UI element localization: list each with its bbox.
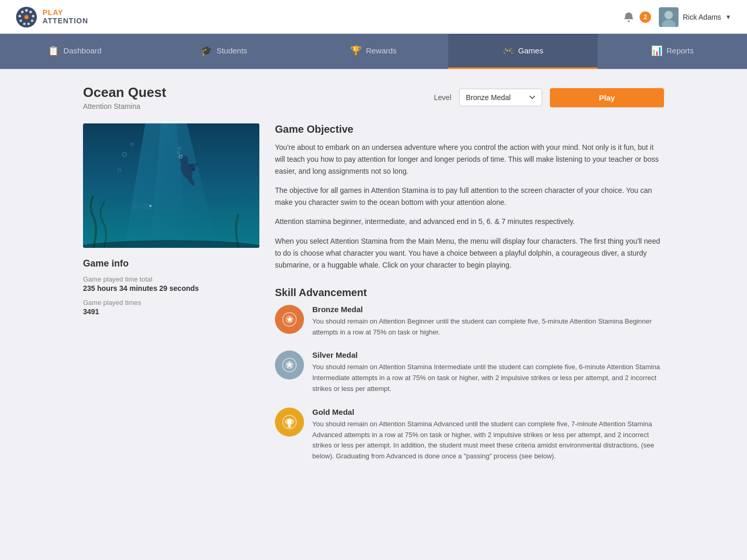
svg-point-9 <box>21 10 24 13</box>
silver-medal-title: Silver Medal <box>312 351 664 359</box>
main-content: Ocean Quest Attention Stamina Level Bron… <box>62 69 685 491</box>
level-select[interactable]: Bronze Medal Silver Medal Gold Medal <box>459 89 542 106</box>
svg-point-31 <box>149 205 151 207</box>
dashboard-icon: 📋 <box>48 45 59 57</box>
nav-label-rewards: Rewards <box>366 46 396 55</box>
objective-p2: The objective for all games in Attention… <box>275 185 664 208</box>
gold-medal-icon <box>275 408 304 437</box>
svg-point-10 <box>24 15 29 19</box>
svg-rect-40 <box>288 425 290 427</box>
nav-label-reports: Reports <box>667 46 694 55</box>
logo-attention: ATTENTION <box>43 17 88 25</box>
nav-label-dashboard: Dashboard <box>63 46 101 55</box>
students-icon: 🎓 <box>201 45 212 57</box>
played-time-item: Game played time total 235 hours 34 minu… <box>83 275 259 292</box>
nav-item-games[interactable]: 🎮 Games <box>448 34 598 69</box>
app-header: PLAY ATTENTION 2 Rick Adams ▼ <box>0 0 747 34</box>
page-actions: Level Bronze Medal Silver Medal Gold Med… <box>434 88 664 107</box>
silver-medal-icon <box>275 351 304 380</box>
level-label: Level <box>434 93 451 102</box>
notification-area[interactable]: 2 <box>623 11 651 23</box>
played-times-label: Game played times <box>83 299 259 306</box>
page-header: Ocean Quest Attention Stamina Level Bron… <box>83 85 664 110</box>
bronze-medal-title: Bronze Medal <box>312 305 664 314</box>
nav-bar: 📋 Dashboard 🎓 Students 🏆 Rewards 🎮 Games… <box>0 34 747 69</box>
objective-p1: You're about to embark on an undersea ad… <box>275 142 664 177</box>
right-column: Game Objective You're about to embark on… <box>275 123 664 475</box>
nav-item-dashboard[interactable]: 📋 Dashboard <box>0 34 149 69</box>
nav-item-reports[interactable]: 📊 Reports <box>598 34 747 69</box>
page-title: Ocean Quest <box>83 85 166 101</box>
game-info-title: Game info <box>83 258 259 269</box>
logo-icon <box>16 6 37 28</box>
user-name: Rick Adams <box>683 13 721 21</box>
svg-point-4 <box>31 19 34 22</box>
medal-item-gold: Gold Medal You should remain on Attentio… <box>275 408 664 462</box>
nav-label-students: Students <box>216 46 247 55</box>
bronze-medal-icon: ★ <box>275 305 304 334</box>
games-icon: 🎮 <box>503 45 514 57</box>
nav-item-rewards[interactable]: 🏆 Rewards <box>299 34 448 69</box>
svg-point-5 <box>27 22 30 25</box>
played-time-value: 235 hours 34 minutes 29 seconds <box>83 284 259 292</box>
game-info-box: Game info Game played time total 235 hou… <box>83 258 259 316</box>
silver-medal-content: Silver Medal You should remain on Attent… <box>312 351 664 394</box>
medal-item-silver: Silver Medal You should remain on Attent… <box>275 351 664 394</box>
played-times-value: 3491 <box>83 307 259 316</box>
svg-point-1 <box>25 9 28 11</box>
bell-icon <box>623 11 634 23</box>
gold-medal-title: Gold Medal <box>312 408 664 416</box>
bronze-medal-desc: You should remain on Attention Beginner … <box>312 316 664 338</box>
play-button[interactable]: Play <box>550 88 664 107</box>
svg-point-22 <box>180 156 188 164</box>
logo-area: PLAY ATTENTION <box>16 6 88 28</box>
svg-point-11 <box>628 20 630 22</box>
header-right: 2 Rick Adams ▼ <box>623 7 731 27</box>
nav-item-students[interactable]: 🎓 Students <box>149 34 299 69</box>
played-times-item: Game played times 3491 <box>83 299 259 316</box>
objective-p3: Attention stamina beginner, intermediate… <box>275 216 664 228</box>
page-title-area: Ocean Quest Attention Stamina <box>83 85 166 110</box>
avatar <box>659 7 679 27</box>
reports-icon: 📊 <box>651 45 662 57</box>
svg-point-2 <box>30 10 32 13</box>
nav-label-games: Games <box>518 46 543 55</box>
chevron-down-icon: ▼ <box>725 13 731 21</box>
gold-medal-content: Gold Medal You should remain on Attentio… <box>312 408 664 462</box>
silver-medal-desc: You should remain on Attention Stamina I… <box>312 362 664 394</box>
logo-play: PLAY <box>43 9 88 17</box>
gold-medal-desc: You should remain on Attention Stamina A… <box>312 419 664 462</box>
logo-text: PLAY ATTENTION <box>43 9 88 25</box>
bronze-medal-content: Bronze Medal You should remain on Attent… <box>312 305 664 338</box>
svg-point-3 <box>32 15 35 17</box>
svg-text:★: ★ <box>286 315 293 324</box>
objective-title: Game Objective <box>275 123 664 135</box>
rewards-icon: 🏆 <box>350 45 362 57</box>
svg-rect-41 <box>287 427 292 428</box>
notification-badge[interactable]: 2 <box>640 11 651 23</box>
ocean-scene <box>83 123 259 248</box>
game-image <box>83 123 259 248</box>
played-time-label: Game played time total <box>83 275 259 283</box>
objective-p4: When you select Attention Stamina from t… <box>275 235 664 271</box>
svg-point-8 <box>19 15 21 17</box>
content-layout: Game info Game played time total 235 hou… <box>83 123 664 475</box>
medal-item-bronze: ★ Bronze Medal You should remain on Atte… <box>275 305 664 338</box>
objective-section: Game Objective You're about to embark on… <box>275 123 664 271</box>
page-subtitle: Attention Stamina <box>83 102 166 110</box>
skill-section: Skill Advancement ★ Bronze Medal You sho… <box>275 287 664 462</box>
skill-title: Skill Advancement <box>275 287 664 299</box>
svg-point-7 <box>20 19 22 22</box>
svg-point-6 <box>23 22 26 25</box>
svg-point-13 <box>665 11 673 19</box>
left-column: Game info Game played time total 235 hou… <box>83 123 259 322</box>
user-area[interactable]: Rick Adams ▼ <box>659 7 731 27</box>
